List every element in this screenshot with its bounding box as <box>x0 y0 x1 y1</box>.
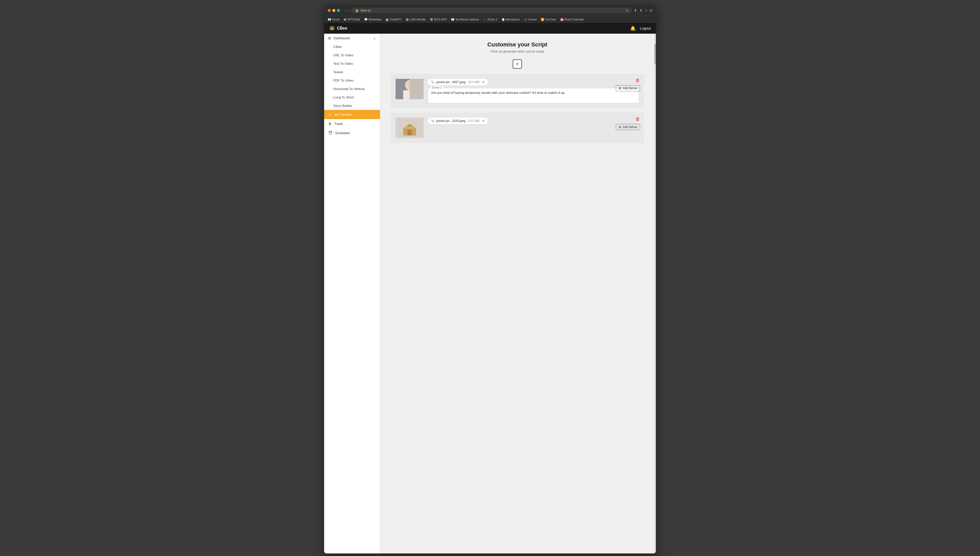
my-content-icon: 🗂 <box>328 113 332 116</box>
logout-button[interactable]: Logout <box>640 26 651 30</box>
scene-1-text[interactable]: Are you tired of having temporary result… <box>431 90 636 100</box>
sidebar-item-text-to-video[interactable]: Text To Video <box>324 60 380 68</box>
sidebar: ⊞ Dashboard ▲ CBee URL To Video Text To … <box>324 34 380 553</box>
scene-card-2-inner: 📎 pexels-ph...2420.jpeg 9.13 MB ✕ <box>395 118 639 138</box>
sidebar-item-story-builder[interactable]: Story Builder <box>324 102 380 110</box>
minimize-button[interactable] <box>332 9 335 12</box>
add-below-icon: ⊞ <box>619 86 621 90</box>
scene-2-file-badge: 📎 pexels-ph...2420.jpeg 9.13 MB ✕ <box>428 118 488 124</box>
bookmark-attendance[interactable]: 📋 Attendance <box>501 17 521 22</box>
bookmark-react-calendar[interactable]: 📅 React Calendar <box>559 17 585 22</box>
scene-2-content: 📎 pexels-ph...2420.jpeg 9.13 MB ✕ <box>428 118 639 127</box>
scene-2-remove-file-button[interactable]: ✕ <box>482 119 485 123</box>
scene-1-add-below-button[interactable]: ⊞ Add Below <box>616 85 640 91</box>
bookmark-technews[interactable]: 📰 TechNews Veehive <box>450 17 480 22</box>
app-header-right: 🔔 Logout <box>630 26 651 31</box>
scene-2-filesize: 9.13 MB <box>468 119 479 123</box>
bookmark-bits-erp[interactable]: ⚙️ BITS ERP <box>429 17 448 22</box>
scene-1-content: 📎 pexels-ph...4957.jpeg 16.5 MB ✕ Scene … <box>428 79 639 103</box>
scene-1-delete-button[interactable]: 🗑 <box>635 78 640 83</box>
scrollbar[interactable] <box>654 34 656 553</box>
sidebar-item-teaser[interactable]: Teaser <box>324 68 380 76</box>
paperclip-icon-2: 📎 <box>431 119 435 123</box>
dashboard-label: Dashboard <box>334 36 350 40</box>
add-below-label: Add Below <box>623 86 637 90</box>
scene-1-filesize: 16.5 MB <box>468 80 479 84</box>
notification-bell-icon[interactable]: 🔔 <box>630 26 636 31</box>
page-subtitle: Click on generate when you're ready <box>390 50 644 53</box>
svg-rect-8 <box>408 130 411 136</box>
scene-2-add-below-button[interactable]: ⊞ Add Below <box>616 124 640 130</box>
sidebar-group-dashboard[interactable]: ⊞ Dashboard ▲ <box>324 34 380 43</box>
add-below-label-2: Add Below <box>623 125 637 129</box>
browser-actions: ⬇ ⬆ + ⧉ <box>634 8 652 13</box>
address-bar[interactable]: 🔒 cbee.ai ↻ <box>352 8 631 13</box>
bookmark-lms[interactable]: 📚 LMS Moodle <box>405 17 427 22</box>
logo-text: CBee <box>337 26 347 31</box>
app-logo: 🐝 CBee <box>329 26 347 31</box>
add-scene-top-button[interactable]: + <box>513 60 522 69</box>
trash-icon: 🗑 <box>328 122 332 126</box>
tabs-icon[interactable]: ⧉ <box>650 8 652 13</box>
scene-1-text-wrapper: Scene 1 Are you tired of having temporar… <box>428 88 639 103</box>
traffic-lights <box>328 9 340 12</box>
scene-card-2: 📎 pexels-ph...2420.jpeg 9.13 MB ✕ 🗑 ⊞ <box>390 113 644 143</box>
lock-icon: 🔒 <box>355 9 359 12</box>
browser-controls: ‹ › <box>345 8 349 13</box>
bookmarks-bar: 📧 Gmail 📬 BITS Mail 💬 WhatsApp 🤖 ChatGPT… <box>324 16 656 23</box>
svg-rect-6 <box>405 126 415 129</box>
scheduler-icon: ⏰ <box>328 131 332 135</box>
scheduler-label: Scheduler <box>335 131 350 135</box>
chevron-up-icon: ▲ <box>373 37 376 40</box>
dashboard-icon: ⊞ <box>328 36 331 40</box>
close-button[interactable] <box>328 9 331 12</box>
scene-2-delete-button[interactable]: 🗑 <box>635 116 640 122</box>
bookmark-room2[interactable]: 📞 Room 2 <box>482 17 499 22</box>
add-below-icon-2: ⊞ <box>619 125 621 129</box>
scene-1-thumbnail <box>395 79 424 99</box>
main-layout: ⊞ Dashboard ▲ CBee URL To Video Text To … <box>324 34 656 553</box>
sidebar-item-scheduler[interactable]: ⏰ Scheduler <box>324 128 380 137</box>
sidebar-item-horizontal-to-vertical[interactable]: Horizontal To Vertical <box>324 85 380 93</box>
scroll-thumb[interactable] <box>654 44 656 64</box>
new-tab-icon[interactable]: + <box>645 8 647 13</box>
scene-card-1: 📎 pexels-ph...4957.jpeg 16.5 MB ✕ Scene … <box>390 74 644 108</box>
scene-2-filename: pexels-ph...2420.jpeg <box>436 119 465 123</box>
my-content-label: My Content <box>334 113 351 116</box>
page-title: Customise your Script <box>390 41 644 48</box>
refresh-icon[interactable]: ↻ <box>626 9 628 12</box>
url-text: cbee.ai <box>360 9 370 12</box>
maximize-button[interactable] <box>337 9 340 12</box>
bookmark-bits-mail[interactable]: 📬 BITS Mail <box>342 17 361 22</box>
sidebar-item-pdf-to-video[interactable]: PDF To Video <box>324 76 380 85</box>
app-container: 🐝 CBee 🔔 Logout ⊞ Dashboard ▲ CBee <box>324 23 656 553</box>
scene-2-thumbnail <box>395 118 424 138</box>
paperclip-icon: 📎 <box>431 80 435 84</box>
browser-titlebar: ‹ › 🔒 cbee.ai ↻ ⬇ ⬆ + ⧉ <box>324 5 656 16</box>
back-button[interactable]: ‹ <box>345 8 346 13</box>
bookmark-gmeet[interactable]: 🎥 Gmeet <box>523 17 538 22</box>
scene-1-remove-file-button[interactable]: ✕ <box>482 80 485 84</box>
svg-rect-4 <box>410 79 424 99</box>
bookmark-youtube[interactable]: ▶️ YouTube <box>540 17 557 22</box>
sidebar-item-trash[interactable]: 🗑 Trash <box>324 119 380 128</box>
trash-label: Trash <box>334 122 343 126</box>
scene-1-filename: pexels-ph...4957.jpeg <box>436 80 465 84</box>
content-area: Customise your Script Click on generate … <box>380 34 654 553</box>
bookmark-chatgpt[interactable]: 🤖 ChatGPT <box>384 17 402 22</box>
sidebar-item-long-to-short[interactable]: Long To Short <box>324 93 380 102</box>
sidebar-item-url-to-video[interactable]: URL To Video <box>324 51 380 60</box>
scene-card-1-inner: 📎 pexels-ph...4957.jpeg 16.5 MB ✕ Scene … <box>395 79 639 103</box>
logo-icon: 🐝 <box>329 26 335 31</box>
sidebar-item-cbee[interactable]: CBee <box>324 43 380 51</box>
svg-marker-7 <box>406 124 413 126</box>
scene-2-actions: 🗑 ⊞ Add Below <box>616 116 640 130</box>
bookmark-gmail[interactable]: 📧 Gmail <box>327 17 340 22</box>
sidebar-item-my-content[interactable]: 🗂 My Content <box>324 110 380 119</box>
add-top-section: + <box>390 60 644 69</box>
share-icon[interactable]: ⬆ <box>640 8 643 13</box>
download-icon[interactable]: ⬇ <box>634 8 637 13</box>
bookmark-whatsapp[interactable]: 💬 WhatsApp <box>363 17 382 22</box>
forward-button[interactable]: › <box>348 8 350 13</box>
scene-1-file-badge: 📎 pexels-ph...4957.jpeg 16.5 MB ✕ <box>428 79 488 86</box>
